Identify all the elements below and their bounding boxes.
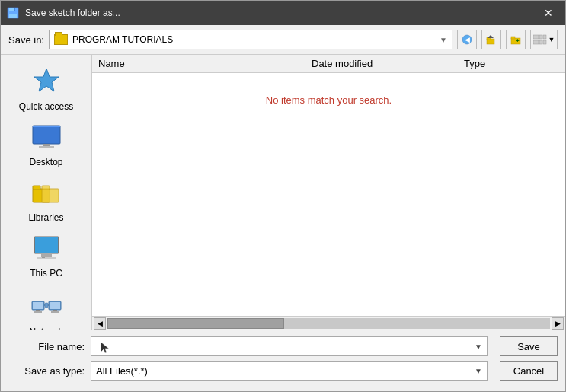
save-as-type-value: All Files(*.*) xyxy=(96,365,475,377)
save-as-type-arrow-icon: ▼ xyxy=(475,367,482,375)
this-pc-icon xyxy=(31,235,62,265)
dialog-title: Save sketch folder as... xyxy=(25,8,538,18)
network-icon xyxy=(31,291,62,323)
svg-rect-24 xyxy=(33,186,40,190)
save-as-type-label: Save as type: xyxy=(8,365,85,377)
svg-rect-19 xyxy=(33,126,60,144)
svg-rect-10 xyxy=(511,37,515,39)
sidebar-item-label-desktop: Desktop xyxy=(29,157,62,167)
svg-rect-41 xyxy=(45,303,48,308)
svg-rect-33 xyxy=(33,302,43,309)
file-name-input-wrapper[interactable]: ▼ xyxy=(91,336,488,356)
sidebar-item-label-this-pc: This PC xyxy=(30,268,62,279)
svg-text:+: + xyxy=(516,37,520,44)
svg-rect-22 xyxy=(39,146,54,148)
svg-rect-2 xyxy=(14,8,15,11)
svg-rect-15 xyxy=(533,40,539,44)
file-content[interactable]: No items match your search. xyxy=(92,73,565,316)
save-in-label: Save in: xyxy=(8,34,44,46)
folder-icon xyxy=(54,34,68,45)
sidebar: Quick access Desktop xyxy=(1,55,92,330)
up-button[interactable] xyxy=(481,30,501,49)
scroll-thumb[interactable] xyxy=(107,318,284,329)
svg-rect-37 xyxy=(50,302,60,309)
col-header-type[interactable]: Type xyxy=(464,58,559,69)
desktop-icon xyxy=(31,124,62,154)
dialog-icon xyxy=(7,7,19,19)
sidebar-item-label-quick-access: Quick access xyxy=(19,101,73,112)
toolbar: Save in: PROGRAM TUTORIALS ▼ ◀ xyxy=(1,25,565,54)
cancel-button[interactable]: Cancel xyxy=(500,361,558,381)
save-dialog: Save sketch folder as... ✕ Save in: PROG… xyxy=(0,0,566,392)
col-header-name[interactable]: Name xyxy=(98,58,312,69)
save-in-combo[interactable]: PROGRAM TUTORIALS ▼ xyxy=(49,30,452,49)
combo-arrow-icon: ▼ xyxy=(440,36,447,44)
title-bar: Save sketch folder as... ✕ xyxy=(1,1,565,25)
form-buttons-right: Save xyxy=(500,336,558,356)
current-folder-name: PROGRAM TUTORIALS xyxy=(72,34,436,45)
sidebar-item-desktop[interactable]: Desktop xyxy=(1,120,91,172)
column-headers: Name Date modified Type xyxy=(92,55,565,73)
create-folder-button[interactable]: + xyxy=(506,30,526,49)
svg-rect-12 xyxy=(533,35,539,39)
file-name-label: File name: xyxy=(8,341,85,352)
svg-rect-38 xyxy=(53,310,57,311)
bottom-form: File name: ▼ Save Save as type: All File… xyxy=(1,330,565,391)
svg-marker-18 xyxy=(34,69,59,91)
svg-rect-35 xyxy=(34,311,42,313)
view-menu-button[interactable]: ▼ xyxy=(530,30,558,49)
svg-marker-8 xyxy=(488,35,494,38)
svg-rect-3 xyxy=(9,14,17,18)
sidebar-item-network[interactable]: Network xyxy=(1,286,91,330)
file-name-row: File name: ▼ Save xyxy=(8,336,558,356)
sidebar-item-label-libraries: Libraries xyxy=(28,212,63,223)
save-button[interactable]: Save xyxy=(500,336,558,356)
svg-rect-29 xyxy=(41,253,52,257)
svg-rect-13 xyxy=(539,35,542,39)
svg-text:◀: ◀ xyxy=(465,36,470,43)
content-area: Quick access Desktop xyxy=(1,54,565,330)
scroll-track[interactable] xyxy=(107,318,550,329)
svg-rect-26 xyxy=(42,186,50,190)
svg-rect-30 xyxy=(37,257,56,259)
no-items-message: No items match your search. xyxy=(98,94,559,106)
svg-rect-34 xyxy=(36,310,40,311)
libraries-icon xyxy=(31,180,62,209)
svg-rect-39 xyxy=(51,311,59,313)
sidebar-item-libraries[interactable]: Libraries xyxy=(1,175,91,228)
scroll-right-button[interactable]: ▶ xyxy=(552,317,564,330)
back-button[interactable]: ◀ xyxy=(457,30,477,49)
cancel-button-wrapper: Cancel xyxy=(500,361,558,381)
svg-rect-16 xyxy=(539,40,542,44)
save-as-type-combo[interactable]: All Files(*.*) ▼ xyxy=(91,361,488,381)
sidebar-item-this-pc[interactable]: This PC xyxy=(1,231,91,283)
scroll-left-button[interactable]: ◀ xyxy=(94,317,106,330)
col-header-date[interactable]: Date modified xyxy=(312,58,464,69)
svg-rect-20 xyxy=(33,126,60,127)
save-as-type-row: Save as type: All Files(*.*) ▼ Cancel xyxy=(8,361,558,381)
svg-rect-28 xyxy=(35,237,58,253)
svg-rect-17 xyxy=(543,40,546,44)
file-list-area: Name Date modified Type No items match y… xyxy=(92,55,565,330)
svg-rect-31 xyxy=(42,257,45,258)
sidebar-item-quick-access[interactable]: Quick access xyxy=(1,61,91,116)
quick-access-icon xyxy=(31,65,62,98)
svg-rect-25 xyxy=(42,189,59,202)
file-name-arrow-icon[interactable]: ▼ xyxy=(475,343,482,351)
horizontal-scrollbar[interactable]: ◀ ▶ xyxy=(92,316,565,330)
file-name-input[interactable] xyxy=(96,341,475,352)
close-button[interactable]: ✕ xyxy=(538,2,559,24)
svg-rect-14 xyxy=(543,35,546,39)
